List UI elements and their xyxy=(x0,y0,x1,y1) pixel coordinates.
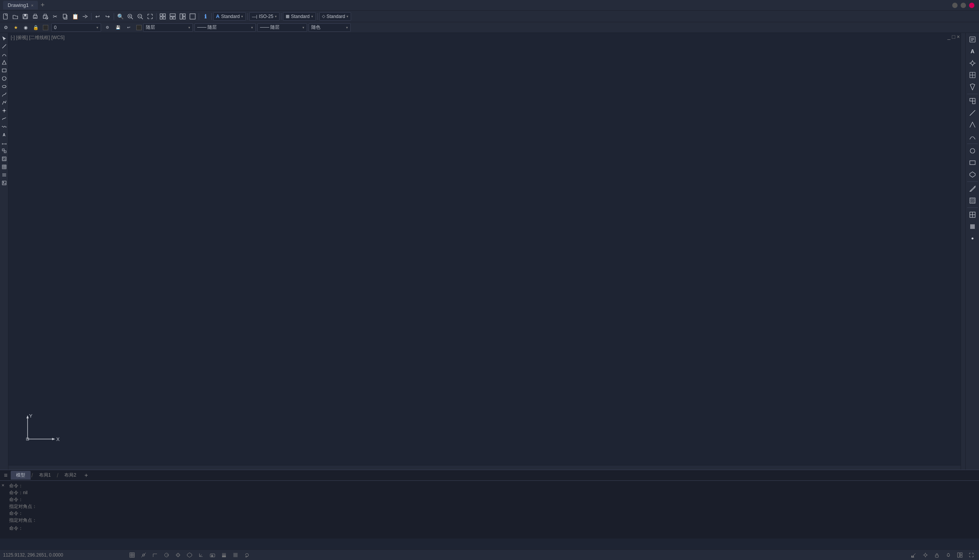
command-close-icon[interactable]: × xyxy=(0,482,6,488)
right-panel-circle-button[interactable] xyxy=(966,145,979,157)
text-style-dropdown[interactable]: A Standard ▾ xyxy=(213,12,246,21)
right-panel-insert-button[interactable] xyxy=(966,95,979,107)
copy-button[interactable] xyxy=(60,12,70,21)
right-panel-solid-button[interactable] xyxy=(966,221,979,232)
layer-save-button[interactable]: 💾 xyxy=(113,23,122,32)
right-panel-hatch-button[interactable] xyxy=(966,195,979,206)
view-toggle-button[interactable] xyxy=(158,12,167,21)
tab-close-icon[interactable]: × xyxy=(31,3,33,8)
save-button[interactable] xyxy=(21,12,30,21)
zoom-out-button[interactable] xyxy=(135,12,145,21)
right-panel-polygon-button[interactable] xyxy=(966,169,979,180)
viewport-minimize[interactable]: _ xyxy=(947,34,951,40)
new-tab-button[interactable]: + xyxy=(38,1,47,10)
view2-button[interactable] xyxy=(168,12,177,21)
scrollbar-right[interactable] xyxy=(961,33,965,470)
canvas-area[interactable]: [-] [俯视] [二维线框] [WCS] _ □ × Y X xyxy=(8,33,965,470)
line-tool[interactable] xyxy=(0,42,8,50)
viewport-close[interactable]: × xyxy=(957,34,960,40)
circle-tool[interactable] xyxy=(0,75,8,82)
point-tool[interactable] xyxy=(0,107,8,115)
maximize-button[interactable] xyxy=(961,3,966,8)
cut-button[interactable]: ✂ xyxy=(50,12,60,21)
new-file-button[interactable] xyxy=(1,12,10,21)
linetype-selector[interactable]: —— 随层 ▾ xyxy=(195,23,256,32)
status-snap-button[interactable] xyxy=(139,551,148,559)
layer-more-button[interactable]: ⚙ xyxy=(103,23,112,32)
tab-model[interactable]: 模型 xyxy=(11,471,31,480)
layer-restore-button[interactable]: ↩ xyxy=(124,23,133,32)
insert-block-tool[interactable] xyxy=(0,147,8,155)
status-notify-button[interactable] xyxy=(944,551,953,559)
right-panel-point-button[interactable] xyxy=(966,233,979,244)
view3-button[interactable] xyxy=(178,12,187,21)
print-preview-button[interactable] xyxy=(41,12,50,21)
layer-name-selector[interactable]: 随层 ▾ xyxy=(143,23,193,32)
status-selcycle-button[interactable] xyxy=(242,551,252,559)
status-ucs-button[interactable] xyxy=(197,551,205,559)
tab-layout2[interactable]: 布局2 xyxy=(59,471,82,480)
layer-on-button[interactable]: ★ xyxy=(12,23,20,32)
freehand-tool[interactable] xyxy=(0,115,8,122)
plot-style-dropdown[interactable]: ◇ Standard ▾ xyxy=(319,12,352,21)
undo-button[interactable]: ↩ xyxy=(93,12,102,21)
plot-color-selector[interactable]: 随色 ▾ xyxy=(309,23,351,32)
command-input[interactable] xyxy=(25,526,976,531)
match-properties-button[interactable] xyxy=(80,12,90,21)
hatch-tool[interactable] xyxy=(0,155,8,163)
table-tool[interactable] xyxy=(0,163,8,171)
tabs-menu-button[interactable]: ≡ xyxy=(2,471,10,480)
paste-button[interactable]: 📋 xyxy=(70,12,80,21)
help-button[interactable]: ℹ xyxy=(201,12,210,21)
layer-freeze-button[interactable]: ◉ xyxy=(22,23,30,32)
right-panel-grid-button[interactable] xyxy=(966,69,979,81)
add-layout-button[interactable]: + xyxy=(82,472,90,479)
tab-layout1[interactable]: 布局1 xyxy=(34,471,56,480)
zoom-realtime-button[interactable]: 🔍 xyxy=(116,12,125,21)
properties-tool[interactable] xyxy=(0,171,8,179)
spline-tool[interactable] xyxy=(0,91,8,98)
right-panel-text-button[interactable]: A xyxy=(966,45,979,57)
right-panel-diagonal-button[interactable] xyxy=(966,119,979,130)
status-ortho-button[interactable] xyxy=(150,551,160,559)
zoom-in-button[interactable] xyxy=(125,12,135,21)
drawing-tab[interactable]: Drawing1 × xyxy=(3,1,38,10)
status-lock-button[interactable] xyxy=(932,551,941,559)
triangle-tool[interactable] xyxy=(0,58,8,66)
lineweight-selector[interactable]: —— 随层 ▾ xyxy=(257,23,307,32)
polyline-tool[interactable] xyxy=(0,99,8,107)
scrollbar-bottom[interactable] xyxy=(8,465,961,470)
minimize-button[interactable] xyxy=(952,3,957,8)
status-3dsnap-button[interactable] xyxy=(185,551,194,559)
right-panel-edit-button[interactable] xyxy=(966,183,979,195)
close-button[interactable] xyxy=(969,3,974,8)
status-workspace-button[interactable] xyxy=(921,551,930,559)
right-panel-rect-button[interactable] xyxy=(966,157,979,168)
status-osnap-button[interactable] xyxy=(173,551,183,559)
text-tool[interactable]: A xyxy=(0,131,8,138)
rectangle-tool[interactable] xyxy=(0,67,8,74)
right-panel-block-button[interactable] xyxy=(966,209,979,220)
select-tool[interactable] xyxy=(0,35,8,42)
arc-tool[interactable] xyxy=(0,50,8,58)
view4-button[interactable] xyxy=(188,12,197,21)
dim-style-dropdown[interactable]: —| ISO-25 ▾ xyxy=(249,12,280,21)
status-grid-button[interactable] xyxy=(127,551,137,559)
right-panel-snap-button[interactable] xyxy=(966,81,979,93)
layer-lock-button[interactable]: 🔒 xyxy=(32,23,40,32)
right-panel-line-button[interactable] xyxy=(966,107,979,119)
status-transparency-button[interactable] xyxy=(231,551,240,559)
layer-properties-button[interactable]: ⚙ xyxy=(2,23,10,32)
status-polar-button[interactable] xyxy=(162,551,171,559)
print-button[interactable] xyxy=(31,12,40,21)
ellipse-tool[interactable] xyxy=(0,83,8,90)
layer-selector[interactable]: 0 ▾ xyxy=(51,23,101,32)
layer-color-button[interactable] xyxy=(41,23,50,32)
table-style-dropdown[interactable]: ▦ Standard ▾ xyxy=(283,12,316,21)
wave-tool[interactable] xyxy=(0,123,8,130)
image-tool[interactable] xyxy=(0,179,8,187)
right-panel-crosshair-button[interactable] xyxy=(966,57,979,69)
zoom-extents-button[interactable] xyxy=(145,12,155,21)
open-file-button[interactable] xyxy=(11,12,20,21)
status-fullscreen-button[interactable] xyxy=(967,551,976,559)
